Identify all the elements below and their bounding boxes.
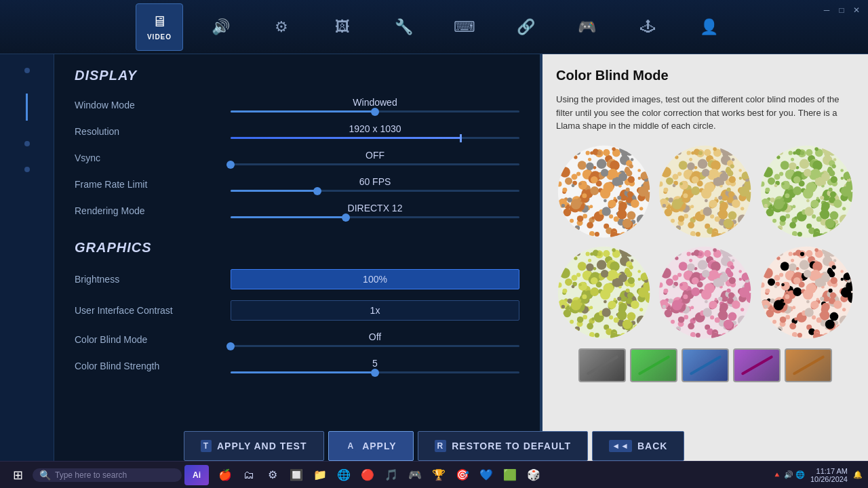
- svg-point-1159: [840, 278, 843, 281]
- brightness-control[interactable]: 100%: [231, 269, 519, 289]
- svg-point-36: [628, 233, 632, 237]
- svg-point-1191: [806, 283, 816, 293]
- taskbar-app-4[interactable]: 🔲: [285, 465, 307, 485]
- taskbar-app-7[interactable]: 🔴: [357, 465, 378, 485]
- svg-point-957: [739, 278, 742, 281]
- svg-point-1189: [799, 260, 808, 269]
- svg-point-168: [630, 146, 639, 155]
- resolution-slider[interactable]: [231, 137, 519, 139]
- taskbar-app-12[interactable]: 💙: [475, 465, 497, 485]
- svg-point-484: [768, 177, 775, 184]
- svg-point-559: [800, 150, 804, 155]
- svg-point-633: [588, 259, 591, 262]
- cb-circle-6: [759, 245, 854, 340]
- taskbar-app-14[interactable]: 🎲: [523, 465, 545, 485]
- svg-point-790: [572, 285, 575, 288]
- svg-point-630: [633, 325, 641, 332]
- nav-video[interactable]: 🖥 VIDEO: [136, 3, 183, 51]
- ui-contrast-control[interactable]: 1x: [231, 300, 519, 321]
- nav-keyboard[interactable]: ⌨: [441, 3, 488, 51]
- svg-point-438: [829, 228, 837, 237]
- nav-controller[interactable]: 🔧: [380, 3, 427, 51]
- nav-profile[interactable]: 👤: [685, 3, 732, 51]
- svg-point-556: [804, 207, 813, 216]
- ai-button[interactable]: Ai: [184, 465, 209, 485]
- svg-point-749: [583, 314, 587, 319]
- svg-point-1065: [840, 315, 850, 325]
- svg-point-226: [734, 223, 742, 230]
- taskbar-app-5[interactable]: 📁: [309, 465, 331, 485]
- color-blind-strength-slider[interactable]: [231, 371, 519, 373]
- svg-point-561: [821, 180, 826, 185]
- nav-network[interactable]: 🔗: [502, 3, 549, 51]
- svg-point-847: [662, 245, 670, 253]
- svg-point-685: [564, 329, 570, 336]
- brightness-value[interactable]: 100%: [231, 269, 519, 289]
- svg-point-699: [573, 251, 576, 253]
- color-blind-mode-slider[interactable]: [231, 345, 519, 347]
- svg-point-970: [737, 326, 744, 333]
- svg-point-545: [827, 166, 831, 170]
- svg-point-580: [766, 208, 774, 216]
- svg-point-137: [591, 216, 595, 220]
- svg-point-192: [631, 199, 639, 207]
- svg-point-1173: [816, 317, 821, 323]
- vsync-slider[interactable]: [231, 163, 519, 165]
- svg-point-63: [559, 167, 570, 178]
- nav-gamepad[interactable]: 🎮: [563, 3, 610, 51]
- svg-point-1197: [830, 277, 837, 284]
- start-button[interactable]: ⊞: [5, 465, 30, 485]
- minimize-button[interactable]: ─: [822, 5, 831, 15]
- nav-audio[interactable]: 🔊: [197, 3, 244, 51]
- svg-point-77: [589, 230, 595, 236]
- svg-point-791: [627, 312, 636, 321]
- svg-point-853: [745, 246, 752, 253]
- svg-point-1141: [778, 250, 783, 254]
- svg-point-594: [793, 176, 801, 183]
- taskbar-app-3[interactable]: ⚙: [262, 465, 283, 485]
- nav-gamepad2[interactable]: 🕹: [624, 3, 671, 51]
- svg-point-371: [672, 148, 675, 151]
- svg-point-185: [627, 211, 636, 220]
- svg-point-623: [595, 333, 599, 338]
- svg-point-219: [696, 231, 701, 236]
- svg-point-998: [692, 277, 699, 285]
- apply-button[interactable]: A APPLY: [328, 431, 414, 461]
- back-button[interactable]: ◄◄ BACK: [592, 431, 684, 461]
- taskbar-app-1[interactable]: 🍎: [214, 465, 236, 485]
- window-mode-slider[interactable]: [231, 110, 519, 113]
- taskbar-app-13[interactable]: 🟩: [499, 465, 521, 485]
- rendering-mode-slider[interactable]: [231, 216, 519, 218]
- svg-point-321: [709, 199, 717, 207]
- taskbar-app-2[interactable]: 🗂: [238, 465, 260, 485]
- taskbar-app-6[interactable]: 🌐: [333, 465, 355, 485]
- sidebar-line: [26, 94, 28, 121]
- close-button[interactable]: ✕: [852, 5, 861, 15]
- svg-point-909: [711, 262, 721, 272]
- notification-icon[interactable]: 🔔: [853, 470, 863, 479]
- taskbar-search-box[interactable]: 🔍 Type here to search: [33, 468, 182, 482]
- taskbar-app-11[interactable]: 🎯: [452, 465, 473, 485]
- svg-point-917: [713, 248, 717, 252]
- taskbar-app-10[interactable]: 🏆: [428, 465, 450, 485]
- frame-rate-slider[interactable]: [231, 190, 519, 192]
- svg-point-1027: [797, 333, 802, 338]
- restore-button[interactable]: R RESTORE TO DEFAULT: [418, 431, 589, 461]
- svg-point-577: [804, 169, 812, 177]
- nav-settings[interactable]: ⚙: [258, 3, 305, 51]
- svg-point-1025: [776, 256, 780, 260]
- svg-point-969: [741, 308, 744, 311]
- svg-point-393: [678, 215, 685, 222]
- taskbar-app-9[interactable]: 🎮: [404, 465, 426, 485]
- maximize-button[interactable]: □: [837, 5, 846, 15]
- nav-display2[interactable]: 🖼: [319, 3, 366, 51]
- svg-point-1151: [827, 268, 831, 272]
- svg-point-582: [830, 191, 836, 197]
- vsync-label: Vsync: [75, 152, 224, 163]
- apply-test-button[interactable]: T APPLY AND TEST: [184, 431, 324, 461]
- ui-contrast-value[interactable]: 1x: [231, 300, 519, 321]
- svg-point-888: [666, 279, 673, 286]
- taskbar-app-8[interactable]: 🎵: [380, 465, 402, 485]
- svg-point-656: [614, 298, 616, 300]
- svg-point-445: [846, 219, 854, 229]
